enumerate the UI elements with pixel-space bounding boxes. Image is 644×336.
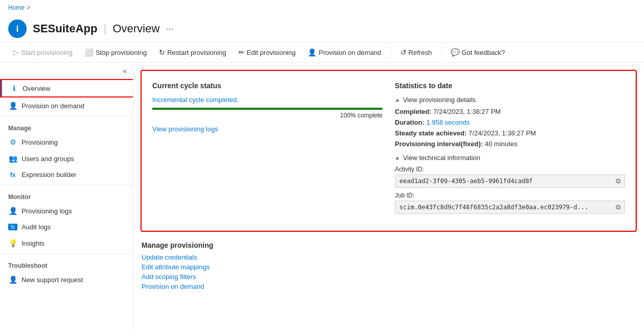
edit-mappings-link[interactable]: Edit attribute mappings [142, 263, 636, 271]
sidebar: « ℹ Overview 👤 Provision on demand Manag… [0, 63, 133, 332]
sidebar-item-users-groups[interactable]: 👥 Users and groups [0, 150, 133, 167]
manage-section-label: Manage [0, 118, 133, 134]
sidebar-divider-1 [0, 116, 133, 116]
view-details-label: View provisioning details [403, 96, 476, 104]
main-layout: « ℹ Overview 👤 Provision on demand Manag… [0, 63, 644, 332]
sidebar-item-overview[interactable]: ℹ Overview [0, 79, 133, 97]
view-details-section: ▲ View provisioning details Completed: 7… [395, 96, 625, 148]
cycle-status-text: Incremental cycle completed. [152, 96, 383, 104]
audit-logs-label: Audit logs [22, 223, 51, 231]
interval-label: Provisioning interval(fixed): [395, 140, 483, 148]
app-header: i SESuiteApp | Overview ··· [0, 15, 644, 43]
status-card: Current cycle status Incremental cycle c… [142, 71, 636, 231]
steady-state-value: 7/24/2023, 1:38:27 PM [469, 129, 536, 137]
toolbar: ▷ Start provisioning ⬜ Stop provisioning… [0, 43, 644, 63]
update-credentials-link[interactable]: Update credentials [142, 253, 636, 261]
progress-bar-fill [152, 108, 383, 110]
users-groups-label: Users and groups [22, 155, 74, 163]
home-link[interactable]: Home [8, 4, 25, 11]
insights-icon: 💡 [8, 239, 17, 247]
technical-chevron-icon: ▲ [395, 155, 400, 161]
sidebar-item-provisioning-logs[interactable]: 👤 Provisioning logs [0, 203, 133, 219]
job-id-copy-icon[interactable]: ⧉ [616, 203, 620, 211]
activity-id-value: eead1ad2-3f09-4305-aeb5-9961fd4cad8f [399, 177, 612, 185]
interval-value: 40 minutes [485, 140, 518, 148]
expression-builder-label: Expression builder [22, 171, 76, 179]
statistics-section: Statistics to date ▲ View provisioning d… [395, 82, 625, 220]
sidebar-item-provision-on-demand[interactable]: 👤 Provision on demand [0, 97, 133, 114]
edit-provisioning-button[interactable]: ✏ Edit provisioning [233, 46, 300, 59]
feedback-icon: 💬 [451, 48, 459, 56]
stop-icon: ⬜ [85, 48, 93, 56]
insights-label: Insights [22, 240, 45, 247]
breadcrumb: Home > [0, 0, 644, 15]
restart-provisioning-button[interactable]: ↻ Restart provisioning [154, 46, 231, 59]
job-id-container: Job ID: scim.0e43fc8d9c7f48f6835c2a2a8df… [395, 192, 625, 214]
view-logs-link[interactable]: View provisioning logs [152, 125, 218, 133]
provision-icon: 👤 [308, 48, 316, 56]
provisioning-logs-label: Provisioning logs [22, 207, 72, 215]
collapse-button-container: « [0, 63, 133, 79]
provisioning-label: Provisioning [22, 139, 58, 146]
progress-bar-container [152, 108, 383, 110]
new-support-label: New support request [22, 276, 83, 284]
overview-icon: ℹ [9, 84, 18, 92]
details-chevron-icon: ▲ [395, 97, 400, 103]
job-id-label: Job ID: [395, 192, 625, 199]
job-id-value: scim.0e43fc8d9c7f48f6835c2a2a8df3e0aa.ec… [399, 204, 612, 211]
statistics-title: Statistics to date [395, 82, 625, 90]
sidebar-item-provisioning[interactable]: ⚙ Provisioning [0, 134, 133, 150]
collapse-icon[interactable]: « [120, 65, 129, 77]
activity-id-container: Activity ID: eead1ad2-3f09-4305-aeb5-996… [395, 166, 625, 188]
feedback-button[interactable]: 💬 Got feedback? [446, 46, 510, 59]
progress-label: 100% complete [152, 112, 383, 119]
start-provisioning-button[interactable]: ▷ Start provisioning [8, 46, 77, 59]
audit-logs-icon: fx [8, 224, 17, 230]
refresh-icon: ↺ [400, 48, 407, 56]
sidebar-divider-2 [0, 185, 133, 185]
steady-state-row: Steady state achieved: 7/24/2023, 1:38:2… [395, 129, 625, 137]
activity-id-field: eead1ad2-3f09-4305-aeb5-9961fd4cad8f ⧉ [395, 174, 625, 188]
sidebar-item-expression-builder[interactable]: fx Expression builder [0, 167, 133, 183]
activity-id-label: Activity ID: [395, 166, 625, 173]
cycle-status-section: Current cycle status Incremental cycle c… [152, 82, 383, 220]
interval-row: Provisioning interval(fixed): 40 minutes [395, 140, 625, 148]
app-icon: i [8, 19, 27, 38]
cycle-status-title: Current cycle status [152, 82, 383, 90]
sidebar-item-audit-logs[interactable]: fx Audit logs [0, 219, 133, 235]
completed-value: 7/24/2023, 1:38:27 PM [433, 108, 501, 115]
stop-provisioning-button[interactable]: ⬜ Stop provisioning [79, 46, 152, 59]
view-technical-header[interactable]: ▲ View technical information [395, 154, 625, 162]
provision-on-demand-button[interactable]: 👤 Provision on demand [303, 46, 386, 59]
new-support-icon: 👤 [8, 275, 17, 284]
status-card-grid: Current cycle status Incremental cycle c… [152, 82, 625, 220]
sidebar-item-new-support[interactable]: 👤 New support request [0, 271, 133, 288]
provision-demand-link[interactable]: Provision on demand [142, 283, 636, 290]
provision-demand-icon: 👤 [8, 102, 17, 110]
page-subtitle: Overview [113, 22, 160, 35]
duration-value[interactable]: 1.958 seconds [426, 118, 470, 126]
completed-row: Completed: 7/24/2023, 1:38:27 PM [395, 108, 625, 115]
overview-label: Overview [23, 85, 50, 92]
restart-icon: ↻ [159, 48, 165, 56]
app-name: SESuiteApp [33, 22, 97, 35]
refresh-button[interactable]: ↺ Refresh [395, 46, 437, 59]
expression-builder-icon: fx [8, 171, 17, 179]
view-details-header[interactable]: ▲ View provisioning details [395, 96, 625, 104]
job-id-field: scim.0e43fc8d9c7f48f6835c2a2a8df3e0aa.ec… [395, 201, 625, 214]
duration-row: Duration: 1.958 seconds [395, 118, 625, 126]
activity-id-copy-icon[interactable]: ⧉ [616, 177, 620, 185]
sidebar-item-insights[interactable]: 💡 Insights [0, 235, 133, 251]
progress-bar-track [152, 108, 383, 110]
edit-icon: ✏ [238, 48, 245, 56]
provision-on-demand-label: Provision on demand [22, 102, 84, 110]
sidebar-divider-3 [0, 253, 133, 254]
toolbar-divider-2 [441, 46, 441, 58]
toolbar-divider [391, 46, 391, 58]
add-scoping-link[interactable]: Add scoping filters [142, 273, 636, 281]
duration-label: Duration: [395, 118, 425, 126]
main-content: Current cycle status Incremental cycle c… [133, 63, 644, 332]
troubleshoot-section-label: Troubleshoot [0, 256, 133, 271]
users-groups-icon: 👥 [8, 154, 17, 163]
more-options-icon[interactable]: ··· [166, 24, 173, 34]
